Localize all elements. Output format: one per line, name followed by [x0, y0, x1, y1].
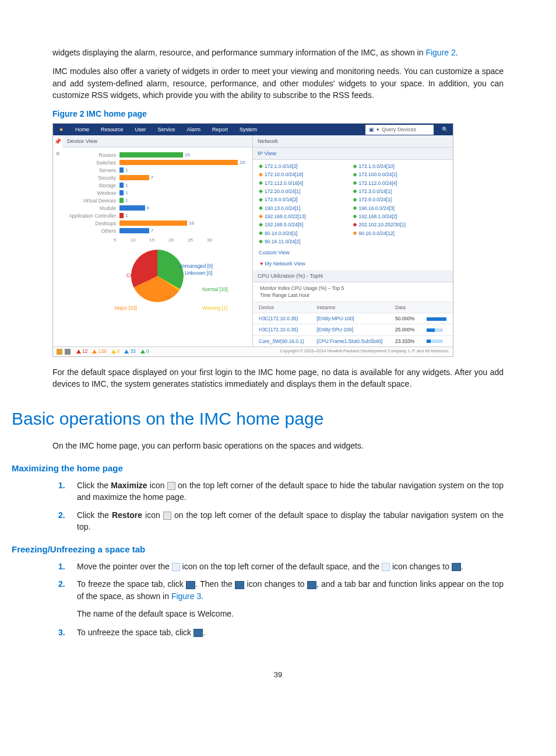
status-pie-chart: Critical [13] Major [33] Unmanaged [0] U…: [62, 244, 252, 312]
freeze-icon: [452, 563, 461, 571]
bar-row: Module6: [68, 204, 247, 212]
ip-item[interactable]: 172.8.0.0/16[2]: [259, 195, 353, 204]
ip-item[interactable]: 172.1.0.0/24[10]: [353, 162, 448, 170]
bar-row: Application Controller1: [68, 212, 247, 219]
ip-item[interactable]: 172.1.0.0/16[2]: [259, 162, 353, 170]
freezing-heading: Freezing/Unfreezing a space tab: [12, 543, 504, 556]
device-bar-chart: Routers15Switches28Servers1Security7Stor…: [62, 148, 252, 236]
star-icon[interactable]: ★: [53, 126, 69, 134]
table-row[interactable]: H3C(172.10.0.35)[Entity:SPU-100]25.000%: [253, 324, 453, 335]
freeze-icon: [235, 581, 244, 589]
network-title: Network: [253, 135, 453, 148]
ip-item[interactable]: 192.168.1.0/24[2]: [353, 212, 448, 220]
unfreeze-icon: [193, 629, 203, 637]
freeze-step-3: 3. To unfreeze the space tab, click .: [77, 626, 504, 638]
collapse-sidebar[interactable]: 📌 ✕: [53, 135, 62, 158]
table-row[interactable]: Core_SW(90.16.0.1)[CPU:Frame1.Slot0.SubS…: [253, 335, 453, 346]
bar-row: Security7: [68, 174, 247, 181]
figure2-caption: Figure 2 IMC home page: [52, 108, 504, 120]
bar-row: Others7: [68, 227, 247, 235]
cpu-table: DeviceInstanceData H3C(172.10.0.35)[Enti…: [253, 302, 453, 346]
menu-report[interactable]: Report: [206, 126, 234, 134]
ip-item[interactable]: 190.13.0.0/24[1]: [259, 204, 353, 212]
freeze-step-2: 2. To freeze the space tab, click . Then…: [77, 578, 504, 620]
page-number: 39: [52, 670, 504, 681]
ip-view-title[interactable]: IP View: [253, 148, 453, 160]
custom-view-link[interactable]: Custom View: [253, 248, 453, 258]
alarm-indicator[interactable]: 33: [124, 348, 135, 355]
unfreeze-icon: [307, 581, 316, 589]
bar-row: Virtual Devices1: [68, 197, 247, 204]
footer-icon-1[interactable]: [57, 349, 62, 355]
ip-item[interactable]: 172.10.0.0/24[18]: [259, 170, 353, 178]
menu-system[interactable]: System: [234, 126, 263, 134]
figure2-link[interactable]: Figure 2: [425, 48, 455, 57]
freeze-icon: [186, 581, 195, 589]
my-network-view[interactable]: ♥My Network View: [253, 258, 453, 270]
network-icon: ▣: [369, 126, 374, 134]
menu-alarm[interactable]: Alarm: [181, 126, 207, 134]
ip-item[interactable]: 172.20.0.0/24[1]: [259, 187, 353, 195]
basic-operations-heading: Basic operations on the IMC home page: [12, 406, 504, 432]
cpu-title: CPU Utilization (%) - TopN: [253, 270, 453, 282]
ip-item[interactable]: 172.112.0.0/24[4]: [353, 179, 448, 187]
ip-item[interactable]: 90.14.0.0/24[1]: [259, 229, 353, 237]
basic-operations-intro: On the IMC home page, you can perform ba…: [52, 440, 504, 452]
bar-row: Desktops16: [68, 219, 247, 227]
ip-item[interactable]: 172.112.0.0/16[4]: [259, 179, 353, 187]
device-view-title: Device View: [62, 135, 252, 148]
maximize-icon: [167, 482, 175, 490]
figure2-screenshot: ★ Home Resource User Service Alarm Repor…: [52, 123, 453, 356]
menu-home[interactable]: Home: [69, 126, 95, 134]
freeze-step-1: 1. Move the pointer over the icon on the…: [77, 561, 504, 572]
alarm-indicator[interactable]: 0: [140, 348, 149, 355]
ip-item[interactable]: 190.16.0.0/24[3]: [353, 204, 448, 212]
menu-resource[interactable]: Resource: [95, 126, 129, 134]
ip-item[interactable]: 192.168.5.0/24[5]: [259, 220, 353, 229]
step-item: 2.Click the Restore icon on the top left…: [77, 509, 504, 533]
table-row[interactable]: H3C(172.10.0.35)[Entity:MPU-100]50.000%: [253, 313, 453, 324]
menu-user[interactable]: User: [129, 126, 152, 134]
pin-icon: [172, 563, 180, 571]
ip-item[interactable]: 172.100.0.0/24[1]: [353, 170, 448, 178]
search-icon[interactable]: 🔍: [437, 126, 453, 134]
bar-row: Servers1: [68, 166, 247, 174]
bar-row: Switches28: [68, 159, 247, 166]
query-devices-box[interactable]: ▣▾ Query Devices: [365, 125, 434, 135]
bar-row: Wireless1: [68, 189, 247, 197]
alarm-indicator[interactable]: 12: [76, 348, 87, 355]
pin-icon[interactable]: 📌: [54, 138, 61, 146]
maximize-icon: [163, 512, 171, 520]
maximizing-heading: Maximizing the home page: [12, 462, 504, 475]
menu-service[interactable]: Service: [152, 126, 181, 134]
top-menubar: ★ Home Resource User Service Alarm Repor…: [53, 124, 453, 135]
ip-item[interactable]: 202.102.10.252/30[1]: [353, 220, 448, 229]
intro-paragraph: widgets displaying the alarm, resource, …: [52, 47, 504, 58]
bar-row: Routers15: [68, 151, 247, 159]
pin-icon: [382, 563, 390, 571]
copyright: Copyright © 2010–2014 Hewlett-Packard De…: [280, 348, 449, 355]
ip-item[interactable]: 172.3.0.0/16[1]: [353, 187, 448, 195]
paragraph-2: IMC modules also offer a variety of widg…: [52, 65, 504, 101]
bar-row: Storage1: [68, 181, 247, 189]
after-figure-paragraph: For the default space displayed on your …: [52, 366, 504, 390]
ip-item[interactable]: 90.16.0.0/24[12]: [353, 229, 448, 237]
alarm-indicator[interactable]: 139: [92, 348, 106, 355]
ip-item[interactable]: 172.9.0.0/24[1]: [353, 195, 448, 204]
expand-icon[interactable]: ✕: [55, 150, 60, 159]
alarm-indicator[interactable]: 9: [111, 348, 120, 355]
figure3-link[interactable]: Figure 3: [171, 592, 201, 601]
step-item: 1.Click the Maximize icon on the top lef…: [77, 480, 504, 503]
footer-icon-2[interactable]: [65, 349, 71, 355]
ip-item[interactable]: 90.16.11.0/24[2]: [259, 237, 353, 246]
ip-item[interactable]: 192.168.0.0/22[13]: [259, 212, 353, 220]
heart-icon: ♥: [260, 260, 263, 268]
